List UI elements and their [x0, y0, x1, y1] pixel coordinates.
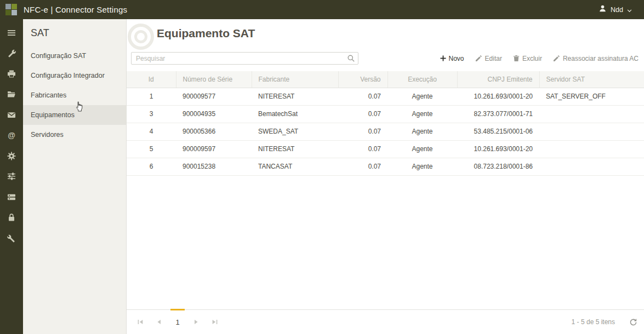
cell-cnpj-emitente: 53.485.215/0001-06 [457, 123, 539, 140]
page-number-button[interactable]: 1 [170, 315, 185, 329]
cell-servidor-sat [539, 158, 644, 175]
cell-cnpj-emitente: 10.261.693/0001-20 [457, 140, 539, 158]
column-header-execucao[interactable]: Execução [387, 71, 457, 88]
main-content: Equipamento SAT Novo Editar [127, 19, 644, 334]
sidebar-item-configuracao-integrador[interactable]: Configuração Integrador [23, 66, 126, 85]
cell-fabricante: NITERESAT [252, 88, 338, 105]
user-menu[interactable]: Ndd [599, 4, 644, 15]
cell-versao: 0.07 [338, 158, 387, 175]
icon-rail: @ [0, 19, 23, 334]
cell-execucao: Agente [387, 88, 457, 105]
folder-open-icon[interactable] [0, 84, 23, 105]
cell-id: 5 [127, 140, 176, 158]
user-name: Ndd [611, 6, 623, 14]
cell-servidor-sat [539, 105, 644, 123]
cell-execucao: Agente [387, 123, 457, 140]
equipment-table: Id Número de Série Fabricante Versão Exe… [127, 71, 644, 176]
new-button[interactable]: Novo [440, 55, 464, 62]
table-row[interactable]: 3 900004935 BematechSat 0.07 Agente 82.3… [127, 105, 644, 123]
cell-fabricante: NITERESAT [252, 140, 338, 158]
refresh-icon[interactable] [629, 318, 637, 326]
lock-icon[interactable] [0, 208, 23, 228]
cell-execucao: Agente [387, 140, 457, 158]
cell-cnpj-emitente: 10.261.693/0001-20 [457, 88, 539, 105]
pencil-icon [553, 55, 560, 62]
gear-icon[interactable] [0, 146, 23, 166]
first-page-button[interactable] [133, 315, 147, 329]
table-row[interactable]: 6 900015238 TANCASAT 0.07 Agente 08.723.… [127, 158, 644, 175]
mail-icon[interactable] [0, 105, 23, 125]
sidebar-item-servidores[interactable]: Servidores [23, 125, 126, 145]
svg-text:@: @ [8, 131, 15, 140]
column-header-cnpj-emitente[interactable]: CNPJ Emitente [457, 71, 539, 88]
cell-versao: 0.07 [338, 123, 387, 140]
search-icon[interactable] [347, 54, 355, 65]
sidebar-item-fabricantes[interactable]: Fabricantes [23, 85, 126, 105]
cell-fabricante: BematechSat [252, 105, 338, 123]
cell-id: 6 [127, 158, 176, 175]
cell-execucao: Agente [387, 158, 457, 175]
column-header-id[interactable]: Id [127, 71, 176, 88]
cell-numero-serie: 900009597 [176, 140, 252, 158]
top-bar: NFC-e | Connector Settings Ndd [0, 0, 644, 19]
search-box [131, 52, 358, 65]
edit-button[interactable]: Editar [475, 55, 502, 62]
sidebar-item-equipamentos[interactable]: Equipamentos [23, 105, 126, 125]
trash-icon [513, 55, 520, 62]
search-input[interactable] [131, 52, 358, 65]
sidebar: SAT Configuração SAT Configuração Integr… [23, 19, 127, 334]
cell-cnpj-emitente: 08.723.218/0001-86 [457, 158, 539, 175]
delete-button[interactable]: Excluir [513, 55, 542, 62]
last-page-button[interactable] [208, 315, 222, 329]
pager-status: 1 - 5 de 5 itens [572, 318, 615, 326]
sliders-icon[interactable] [0, 166, 23, 187]
cell-execucao: Agente [387, 105, 457, 123]
pager: 1 1 - 5 de 5 itens [127, 309, 644, 334]
table-row[interactable]: 4 900005366 SWEDA_SAT 0.07 Agente 53.485… [127, 123, 644, 140]
cell-servidor-sat: SAT_SERVER_OFF [539, 88, 644, 105]
current-page-indicator [170, 309, 185, 310]
app-window: NFC-e | Connector Settings Ndd [0, 0, 644, 334]
cell-versao: 0.07 [338, 140, 387, 158]
cell-servidor-sat [539, 123, 644, 140]
cell-fabricante: TANCASAT [252, 158, 338, 175]
column-header-servidor-sat[interactable]: Servidor SAT [539, 71, 644, 88]
table-row[interactable]: 1 900009577 NITERESAT 0.07 Agente 10.261… [127, 88, 644, 105]
edit-icon [475, 55, 482, 62]
plus-icon [440, 55, 446, 61]
sidebar-item-configuracao-sat[interactable]: Configuração SAT [23, 46, 126, 66]
table-header-row: Id Número de Série Fabricante Versão Exe… [127, 71, 644, 88]
cell-numero-serie: 900004935 [176, 105, 252, 123]
cell-versao: 0.07 [338, 105, 387, 123]
cell-fabricante: SWEDA_SAT [252, 123, 338, 140]
chevron-down-icon [627, 5, 632, 15]
cell-id: 3 [127, 105, 176, 123]
cell-servidor-sat [539, 140, 644, 158]
cell-id: 1 [127, 88, 176, 105]
page-title: Equipamento SAT [157, 27, 644, 40]
table-row[interactable]: 5 900009597 NITERESAT 0.07 Agente 10.261… [127, 140, 644, 158]
column-header-versao[interactable]: Versão [338, 71, 387, 88]
cell-cnpj-emitente: 82.373.077/0001-71 [457, 105, 539, 123]
cell-versao: 0.07 [338, 88, 387, 105]
reassign-signature-button[interactable]: Reassociar assinatura AC [553, 55, 639, 62]
tools-icon[interactable] [0, 228, 23, 249]
previous-page-button[interactable] [152, 315, 166, 329]
menu-icon[interactable] [0, 22, 23, 43]
cell-numero-serie: 900005366 [176, 123, 252, 140]
app-logo-icon [5, 4, 17, 15]
print-queue-icon[interactable] [0, 187, 23, 208]
printer-icon[interactable] [0, 64, 23, 84]
column-header-numero-serie[interactable]: Número de Série [176, 71, 252, 88]
cell-id: 4 [127, 123, 176, 140]
next-page-button[interactable] [189, 315, 203, 329]
app-title: NFC-e | Connector Settings [24, 5, 127, 14]
column-header-fabricante[interactable]: Fabricante [252, 71, 338, 88]
grid-toolbar: Novo Editar Excluir Reassociar assinatur… [127, 40, 644, 71]
wrench-icon[interactable] [0, 43, 23, 64]
user-icon [599, 4, 607, 15]
cell-numero-serie: 900015238 [176, 158, 252, 175]
at-sign-icon[interactable]: @ [0, 125, 23, 146]
cell-numero-serie: 900009577 [176, 88, 252, 105]
sidebar-title: SAT [23, 19, 126, 46]
